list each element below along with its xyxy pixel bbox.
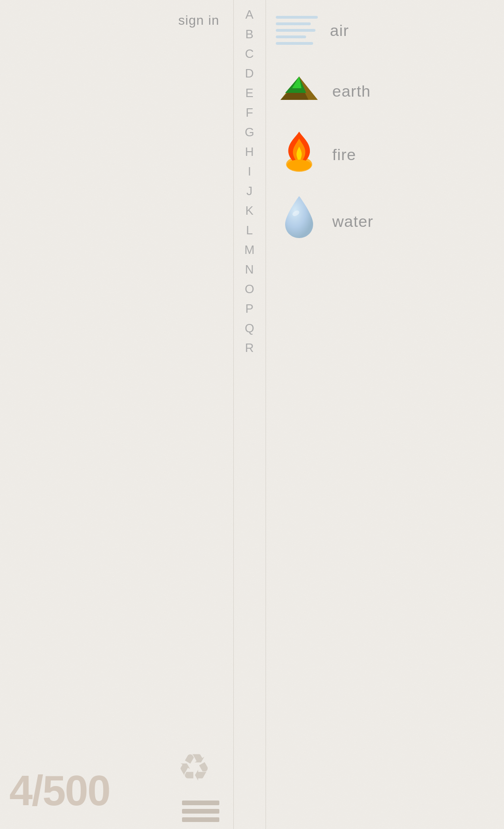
alpha-m[interactable]: M <box>233 240 266 260</box>
alpha-d[interactable]: D <box>233 63 266 83</box>
result-label-water: water <box>332 212 373 231</box>
alpha-l[interactable]: L <box>233 220 266 240</box>
alpha-r[interactable]: R <box>233 338 266 358</box>
alphabet-index: ABCDEFGHIJKLMNOPQR <box>233 0 266 829</box>
menu-bar-1 <box>182 801 219 805</box>
alpha-k[interactable]: K <box>233 201 266 220</box>
menu-icon[interactable] <box>182 801 219 822</box>
menu-bar-2 <box>182 809 219 814</box>
air-icon <box>276 14 322 47</box>
result-label-air: air <box>330 21 349 40</box>
result-fire[interactable]: fire <box>266 121 504 188</box>
water-icon <box>273 194 325 249</box>
alpha-h[interactable]: H <box>233 142 266 162</box>
item-count: 4/500 <box>9 767 110 815</box>
alpha-j[interactable]: J <box>233 181 266 201</box>
recycle-icon[interactable]: ♻ <box>177 746 211 789</box>
alpha-b[interactable]: B <box>233 24 266 44</box>
results-column: air earth fire <box>266 0 504 829</box>
alpha-o[interactable]: O <box>233 279 266 299</box>
alpha-f[interactable]: F <box>233 103 266 122</box>
alpha-i[interactable]: I <box>233 162 266 181</box>
alpha-g[interactable]: G <box>233 122 266 142</box>
alpha-a[interactable]: A <box>233 5 266 24</box>
result-label-earth: earth <box>332 82 371 100</box>
alpha-q[interactable]: Q <box>233 318 266 338</box>
main-area: sign in <box>0 0 233 829</box>
alpha-c[interactable]: C <box>233 44 266 63</box>
earth-icon <box>273 67 325 115</box>
alpha-p[interactable]: P <box>233 299 266 318</box>
alpha-e[interactable]: E <box>233 83 266 103</box>
sign-in-button[interactable]: sign in <box>178 13 219 28</box>
menu-bar-3 <box>182 817 219 822</box>
svg-point-5 <box>287 160 311 171</box>
result-label-fire: fire <box>332 146 356 164</box>
result-air[interactable]: air <box>266 0 504 61</box>
alpha-n[interactable]: N <box>233 260 266 279</box>
fire-icon <box>273 127 325 183</box>
result-earth[interactable]: earth <box>266 61 504 121</box>
result-water[interactable]: water <box>266 188 504 255</box>
